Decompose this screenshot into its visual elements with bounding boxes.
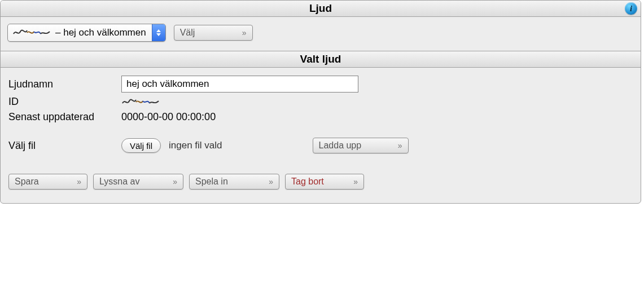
delete-button[interactable]: Tag bort » <box>285 174 364 190</box>
form-area: Ljudnamn ID Senast uppdaterad 0000-00-00… <box>1 68 641 203</box>
chevron-right-icon: » <box>269 177 273 186</box>
label-choose-file: Välj fil <box>8 140 121 152</box>
label-updated: Senast uppdaterad <box>8 111 121 123</box>
selector-row: – hej och välkommen Välj » <box>1 17 641 51</box>
info-icon[interactable]: i <box>625 2 637 15</box>
label-id: ID <box>8 96 121 108</box>
record-button[interactable]: Spela in » <box>189 174 279 190</box>
row-updated: Senast uppdaterad 0000-00-00 00:00:00 <box>8 111 633 123</box>
sound-name-input[interactable] <box>121 76 358 93</box>
action-bar: Spara » Lyssna av » Spela in » Tag bort … <box>8 174 633 190</box>
listen-button[interactable]: Lyssna av » <box>93 174 183 190</box>
select-button[interactable]: Välj » <box>174 25 253 41</box>
chevron-right-icon: » <box>353 177 358 186</box>
chevron-right-icon: » <box>242 28 247 37</box>
section-header: Valt ljud <box>1 51 641 68</box>
chevron-right-icon: » <box>77 177 81 186</box>
chevron-right-icon: » <box>398 141 402 150</box>
row-id: ID <box>8 96 633 108</box>
sound-combobox-label: – hej och välkommen <box>8 27 152 38</box>
row-name: Ljudnamn <box>8 76 633 93</box>
panel-title: Ljud <box>309 2 332 14</box>
chevron-right-icon: » <box>173 177 177 186</box>
section-title: Valt ljud <box>300 53 341 65</box>
id-value-scribble <box>121 96 161 108</box>
choose-file-button[interactable]: Välj fil <box>121 138 161 153</box>
updated-value: 0000-00-00 00:00:00 <box>121 111 216 123</box>
panel-header: Ljud i <box>1 1 641 17</box>
label-name: Ljudnamn <box>8 78 121 90</box>
sound-combobox[interactable]: – hej och välkommen <box>7 24 166 42</box>
upload-button[interactable]: Ladda upp » <box>313 138 409 153</box>
updown-arrows-icon <box>152 24 165 41</box>
sound-panel: Ljud i – hej och välkommen Välj » Valt l… <box>0 0 641 204</box>
no-file-text: ingen fil vald <box>169 140 222 151</box>
row-choose-file: Välj fil Välj fil ingen fil vald Ladda u… <box>8 138 633 153</box>
combo-id-scribble <box>12 27 52 38</box>
save-button[interactable]: Spara » <box>8 174 87 190</box>
